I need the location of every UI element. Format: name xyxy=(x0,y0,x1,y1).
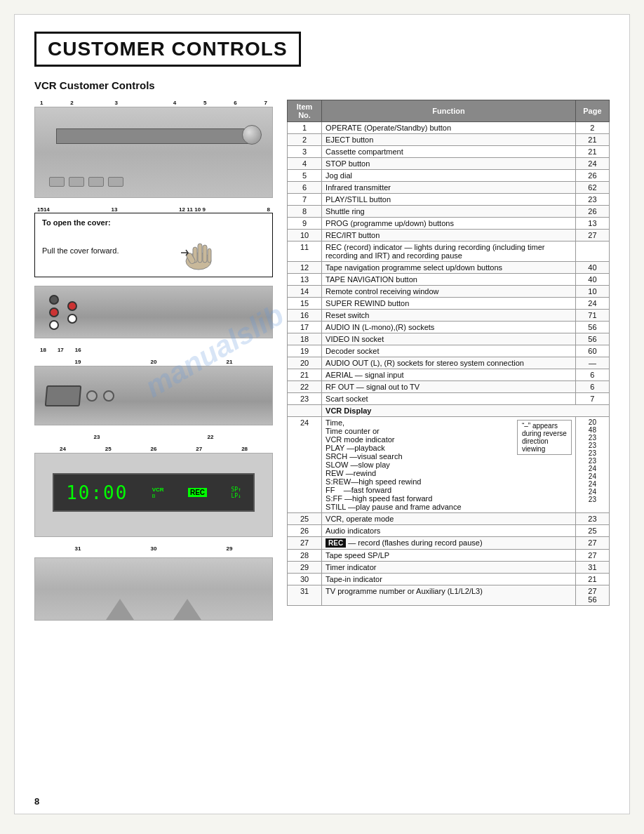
row-page: — xyxy=(575,357,609,369)
row-item: 22 xyxy=(288,381,322,393)
row-func: Tape-in indicator xyxy=(322,574,576,585)
row-func: Decoder socket xyxy=(322,345,576,357)
vcr-btn-2 xyxy=(69,177,84,187)
row-page: 13 xyxy=(575,218,609,230)
jack-4 xyxy=(67,301,77,311)
table-row: 29 Timer indicator 31 xyxy=(288,562,610,574)
num-16: 16 xyxy=(75,347,81,353)
row-item: 7 xyxy=(288,194,322,206)
row-item: 21 xyxy=(288,369,322,381)
row-page: 27 xyxy=(575,537,609,550)
row-item: 3 xyxy=(288,146,322,158)
num-26: 26 xyxy=(151,446,157,452)
num-18: 18 xyxy=(40,347,46,353)
row-page: 10 xyxy=(575,286,609,298)
row-func: Cassette compartment xyxy=(322,146,576,158)
table-row: 23 Scart socket 7 xyxy=(288,393,610,405)
row-func: Tape speed SP/LP xyxy=(322,550,576,562)
row-item: 10 xyxy=(288,230,322,241)
coax-2 xyxy=(103,390,114,402)
table-row: VCR Display xyxy=(288,405,610,417)
row-page: 62 xyxy=(575,182,609,194)
row-item: 23 xyxy=(288,393,322,405)
svg-rect-2 xyxy=(198,244,202,263)
row-func: Shuttle ring xyxy=(322,206,576,218)
table-body: 1 OPERATE (Operate/Standby) button 2 2 E… xyxy=(288,122,610,606)
num-24: 24 xyxy=(60,446,66,452)
row-item: 8 xyxy=(288,206,322,218)
row-page: 21 xyxy=(575,574,609,585)
table-row: 8 Shuttle ring 26 xyxy=(288,206,610,218)
row-page: 23 xyxy=(575,513,609,525)
row-item: 11 xyxy=(288,241,322,262)
table-row: 22 RF OUT — signal out to TV 6 xyxy=(288,381,610,393)
num-23: 23 xyxy=(94,434,100,440)
num-4: 4 xyxy=(173,100,176,106)
num-5: 5 xyxy=(203,100,206,106)
row-page: 56 xyxy=(575,322,609,333)
row-item: 2 xyxy=(288,134,322,146)
row-item: 28 xyxy=(288,550,322,562)
sp-lp-text: SP↑LP↓ xyxy=(231,486,241,499)
table-row: 6 Infrared transmitter 62 xyxy=(288,182,610,194)
table-row: 30 Tape-in indicator 21 xyxy=(288,574,610,585)
row-func: Jog dial xyxy=(322,170,576,182)
page-container: manualslib CUSTOMER CONTROLS VCR Custome… xyxy=(14,14,630,814)
connector-body xyxy=(34,366,273,425)
connector-diagram: 19 20 21 23 xyxy=(34,359,273,440)
row-func: TV programme number or Auxiliary (L1/L2/… xyxy=(322,585,576,606)
table-row: 20 AUDIO OUT (L), (R) sockets for stereo… xyxy=(288,357,610,369)
row-item: 9 xyxy=(288,218,322,230)
row-item: 27 xyxy=(288,537,322,550)
row-page: 31 xyxy=(575,562,609,574)
row-item: 20 xyxy=(288,357,322,369)
row-page: 23 xyxy=(575,194,609,206)
cover-title: To open the cover: xyxy=(42,218,265,227)
header-item-no: Item No. xyxy=(288,100,322,122)
connector-group xyxy=(49,295,59,330)
table-row: 26 Audio indicators 25 xyxy=(288,525,610,537)
table-row: 31 TV programme number or Auxiliary (L1/… xyxy=(288,585,610,606)
function-table: Item No. Function Page 1 OPERATE (Operat… xyxy=(287,100,610,606)
vcr-top-body-inner xyxy=(35,107,272,197)
table-row: 9 PROG (programme up/down) buttons 13 xyxy=(288,218,610,230)
num-21: 21 xyxy=(227,359,233,365)
num-1514: 1514 xyxy=(37,206,50,213)
row-func: SUPER REWIND button xyxy=(322,298,576,310)
table-row: 5 Jog dial 26 xyxy=(288,170,610,182)
table-row: 15 SUPER REWIND button 24 xyxy=(288,298,610,310)
row-item: 18 xyxy=(288,333,322,345)
vcr-text: VCR xyxy=(152,486,164,493)
vcr-bottom-body xyxy=(34,557,273,621)
row-func: Infrared transmitter xyxy=(322,182,576,194)
row-page: 27 56 xyxy=(575,585,609,606)
row-item: 14 xyxy=(288,286,322,298)
row-item: 16 xyxy=(288,310,322,322)
num-19: 19 xyxy=(75,359,81,365)
row-func: OPERATE (Operate/Standby) button xyxy=(322,122,576,134)
row-item: 19 xyxy=(288,345,322,357)
page-number: 8 xyxy=(34,796,39,807)
row-item: 15 xyxy=(288,298,322,310)
row-item: 31 xyxy=(288,585,322,606)
support-left xyxy=(106,599,134,620)
num-2: 2 xyxy=(70,100,73,106)
jack-5 xyxy=(67,314,77,324)
row-page: 20 48 23 23 23 23 24 24 24 24 23 xyxy=(575,417,609,513)
display-diagram: 24 25 26 27 28 10:00 VCR B xyxy=(34,446,273,552)
row-func: AUDIO OUT (L), (R) sockets for stereo sy… xyxy=(322,357,576,369)
vcr-buttons-row xyxy=(49,177,258,187)
table-row: 25 VCR, operate mode 23 xyxy=(288,513,610,525)
table-row: 16 Reset switch 71 xyxy=(288,310,610,322)
table-row: 12 Tape navigation programme select up/d… xyxy=(288,262,610,274)
row-item: 4 xyxy=(288,158,322,170)
main-layout: 1 2 3 4 5 6 7 xyxy=(34,100,610,629)
hand-icon xyxy=(170,230,220,272)
display-body: 10:00 VCR B REC SP↑LP↓ xyxy=(34,453,273,537)
row-page: 21 xyxy=(575,146,609,158)
row-func: TAPE NAVIGATION button xyxy=(322,274,576,286)
num-22: 22 xyxy=(208,434,214,440)
table-row: 7 PLAY/STILL button 23 xyxy=(288,194,610,206)
tape-slot xyxy=(56,128,251,144)
row-func: REC — record (flashes during record paus… xyxy=(322,537,576,550)
